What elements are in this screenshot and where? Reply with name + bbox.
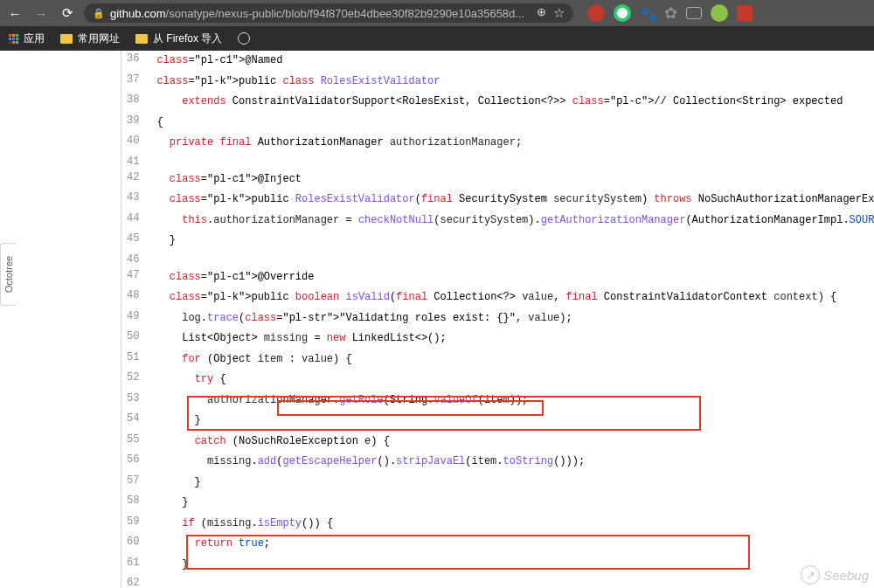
code-line: 53 authorizationManager.getRole(String.v… [121,391,874,412]
line-code: catch (NoSuchRoleException e) { [148,432,874,453]
bookmark-apps[interactable]: 应用 [9,31,45,46]
line-number[interactable]: 50 [121,329,148,349]
url-bar[interactable]: 🔒 github.com/sonatype/nexus-public/blob/… [84,3,573,23]
watermark-text: Seebug [823,568,869,583]
code-line: 48 class="pl-k">public boolean isValid(f… [121,287,874,308]
code-line: 38 extends ConstraintValidatorSupport<Ro… [121,92,874,113]
code-line: 52 try { [121,370,874,391]
code-line: 46 [121,252,874,267]
code-line: 60 return true; [121,534,874,555]
line-code [148,154,874,169]
line-number[interactable]: 39 [121,113,148,134]
url-actions: ⊕ ☆ [537,5,565,21]
folder-icon [60,34,73,44]
ext-icon-6[interactable] [711,4,728,22]
line-number[interactable]: 48 [121,287,148,308]
ext-icon-7[interactable] [737,5,753,21]
code-line: 42 class="pl-c1">@Inject [121,169,874,190]
line-number[interactable]: 53 [121,391,148,412]
code-line: 54 } [121,411,874,432]
code-line: 62 [121,575,874,588]
line-code [148,575,874,588]
ext-icon-5[interactable] [686,7,702,19]
forward-icon[interactable]: → [31,6,51,21]
line-number[interactable]: 61 [121,555,148,576]
line-code: class="pl-c1">@Named [148,51,874,72]
ext-icon-1[interactable] [587,4,605,22]
code-line: 49 log.trace(class="pl-str">"Validating … [121,308,874,329]
line-number[interactable]: 51 [121,349,148,370]
line-number[interactable]: 55 [121,432,148,453]
line-code: class="pl-k">public RolesExistValidator(… [148,190,874,211]
line-number[interactable]: 45 [121,231,148,252]
line-code: { [148,113,874,134]
code-line: 44 this.authorizationManager = checkNotN… [121,211,874,232]
line-number[interactable]: 36 [121,51,148,72]
watermark-icon: ↗ [801,565,820,585]
line-code: extends ConstraintValidatorSupport<Roles… [148,92,874,113]
bookmark-globe[interactable] [238,32,250,45]
line-code: try { [148,370,874,391]
line-code: } [148,493,874,514]
lock-icon: 🔒 [93,8,105,19]
bookmark-firefox-label: 从 Firefox 导入 [153,31,222,46]
line-number[interactable]: 37 [121,72,148,93]
ext-icon-4[interactable]: ✿ [664,3,677,23]
line-code: List<Object> missing = new LinkedList<>(… [148,329,874,349]
ext-icon-2[interactable] [614,4,631,22]
line-number[interactable]: 44 [121,211,148,232]
line-number[interactable]: 41 [121,154,148,169]
line-number[interactable]: 40 [121,133,148,154]
back-icon[interactable]: ← [5,6,24,21]
line-number[interactable]: 58 [121,493,148,514]
line-code: missing.add(getEscapeHelper().stripJavaE… [148,452,874,473]
line-number[interactable]: 47 [121,267,148,288]
line-number[interactable]: 49 [121,308,148,329]
line-code: } [148,231,874,252]
line-number[interactable]: 46 [121,252,148,267]
line-number[interactable]: 54 [121,411,148,432]
url-domain: github.com [110,7,166,20]
line-code: class="pl-k">public class RolesExistVali… [148,72,874,93]
bookmarks-bar: 应用 常用网址 从 Firefox 导入 [0,26,874,51]
code-line: 36class="pl-c1">@Named [121,51,874,72]
line-number[interactable]: 56 [121,452,148,473]
bookmark-apps-label: 应用 [24,31,45,46]
bookmark-star-icon[interactable]: ☆ [553,5,565,21]
browser-chrome: ← → ⟳ 🔒 github.com/sonatype/nexus-public… [0,0,874,26]
bookmark-folder-common[interactable]: 常用网址 [60,31,120,46]
line-number[interactable]: 52 [121,370,148,391]
line-code: return true; [148,534,874,555]
line-code: authorizationManager.getRole(String.valu… [148,391,874,412]
line-code: if (missing.isEmpty()) { [148,514,874,535]
line-code: class="pl-c1">@Override [148,267,874,288]
line-number[interactable]: 62 [121,575,148,588]
code-line: 61 } [121,555,874,576]
ext-icon-3[interactable]: 🐾 [640,6,656,20]
line-code: class="pl-c1">@Inject [148,169,874,190]
code-line: 57 } [121,473,874,494]
line-code: class="pl-k">public boolean isValid(fina… [148,287,874,308]
code-line: 56 missing.add(getEscapeHelper().stripJa… [121,452,874,473]
code-line: 37class="pl-k">public class RolesExistVa… [121,72,874,93]
code-line: 45 } [121,231,874,252]
bookmark-folder-firefox[interactable]: 从 Firefox 导入 [135,31,222,46]
code-line: 39{ [121,113,874,134]
extension-icons: 🐾 ✿ [587,3,753,23]
bookmark-common-label: 常用网址 [78,31,120,46]
line-number[interactable]: 59 [121,514,148,535]
line-number[interactable]: 43 [121,190,148,211]
reload-icon[interactable]: ⟳ [58,5,77,21]
line-code: } [148,411,874,432]
line-number[interactable]: 42 [121,169,148,190]
line-code: } [148,473,874,494]
octotree-toggle[interactable]: Octotree [0,243,16,306]
line-number[interactable]: 60 [121,534,148,555]
code-table: 36class="pl-c1">@Named37class="pl-k">pub… [121,51,874,588]
line-number[interactable]: 38 [121,92,148,113]
code-line: 59 if (missing.isEmpty()) { [121,514,874,535]
code-line: 51 for (Object item : value) { [121,349,874,370]
line-number[interactable]: 57 [121,473,148,494]
translate-icon[interactable]: ⊕ [537,5,546,21]
code-view: 36class="pl-c1">@Named37class="pl-k">pub… [121,51,874,588]
